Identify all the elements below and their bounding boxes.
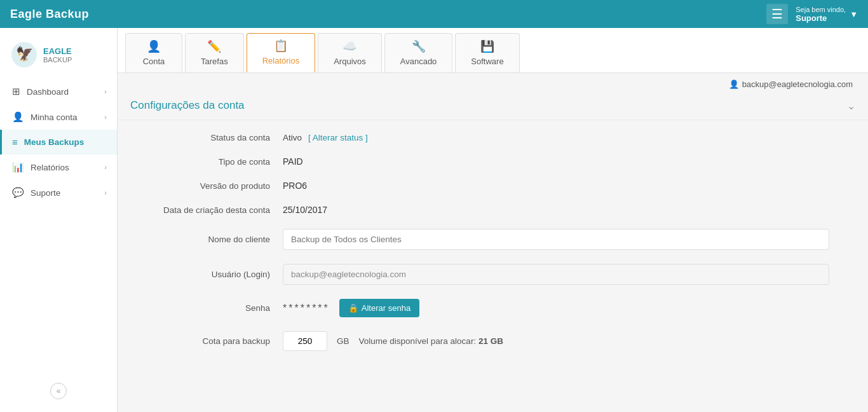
- software-tab-label: Software: [471, 57, 503, 66]
- login-label: Usuário (Login): [130, 270, 283, 279]
- avancado-tab-label: Avancado: [400, 57, 437, 66]
- sidebar-item-relatorios[interactable]: 📊 Relatórios ›: [0, 154, 117, 180]
- tab-software[interactable]: 💾 Software: [455, 33, 519, 72]
- product-version-text: PRO6: [283, 181, 307, 191]
- eagle-backup-logo: 🦅: [10, 41, 38, 69]
- sidebar-item-label: Meus Backups: [24, 137, 85, 147]
- user-icon: 👤: [729, 79, 739, 89]
- logo-text-eagle: EAGLE: [43, 46, 72, 56]
- minha-conta-icon: 👤: [12, 111, 24, 123]
- status-value: Ativo [ Alterar status ]: [283, 133, 855, 142]
- client-name-field-container: [283, 229, 855, 250]
- client-name-input[interactable]: [283, 229, 829, 250]
- sidebar-item-suporte[interactable]: 💬 Suporte ›: [0, 180, 117, 205]
- product-version-value: PRO6: [283, 181, 855, 191]
- product-version-row: Versão do produto PRO6: [130, 181, 855, 191]
- quota-available-value: 21 GB: [478, 336, 503, 346]
- change-password-label: Alterar senha: [362, 303, 410, 313]
- tab-conta[interactable]: 👤 Conta: [125, 33, 182, 72]
- status-label: Status da conta: [130, 133, 283, 142]
- account-type-row: Tipo de conta PAID: [130, 156, 855, 167]
- lock-icon: 🔒: [348, 303, 358, 313]
- tab-arquivos[interactable]: ☁️ Arquivos: [318, 33, 382, 72]
- account-type-value: PAID: [283, 156, 855, 167]
- quota-field-container: GB Volume disponível para alocar: 21 GB: [283, 331, 855, 351]
- account-type-label: Tipo de conta: [130, 157, 283, 167]
- sidebar-item-label: Minha conta: [31, 113, 78, 122]
- sidebar-collapse-button[interactable]: «: [50, 383, 67, 399]
- section-title: Configurações da conta: [130, 99, 245, 112]
- chevron-icon: ›: [104, 88, 107, 95]
- arquivos-tab-icon: ☁️: [342, 39, 356, 53]
- username-label: Suporte: [796, 13, 846, 23]
- change-password-button[interactable]: 🔒 Alterar senha: [339, 299, 419, 317]
- client-name-row: Nome do cliente: [130, 229, 855, 250]
- sidebar-logo: 🦅 EAGLE BACKUP: [0, 34, 117, 79]
- login-row: Usuário (Login): [130, 264, 855, 285]
- sidebar: 🦅 EAGLE BACKUP ⊞ Dashboard › 👤 Minha con…: [0, 28, 118, 412]
- logo-text-backup: BACKUP: [43, 56, 72, 64]
- layout: 🦅 EAGLE BACKUP ⊞ Dashboard › 👤 Minha con…: [0, 28, 868, 412]
- sidebar-item-dashboard[interactable]: ⊞ Dashboard ›: [0, 79, 117, 104]
- quota-unit: GB: [337, 336, 349, 346]
- tab-bar: 👤 Conta ✏️ Tarefas 📋 Relatórios ☁️ Arqui…: [118, 28, 868, 73]
- quota-info: Volume disponível para alocar: 21 GB: [359, 336, 503, 346]
- welcome-text: Seja bem vindo,: [796, 6, 846, 13]
- header-right: ☰ Seja bem vindo, Suporte ▼: [766, 4, 858, 24]
- quota-label: Cota para backup: [130, 336, 283, 346]
- password-label: Senha: [130, 303, 283, 313]
- sidebar-item-meus-backups[interactable]: ≡ Meus Backups: [0, 130, 117, 154]
- sidebar-item-label: Relatórios: [31, 163, 69, 172]
- status-active-text: Ativo: [283, 133, 302, 142]
- password-row: Senha ******** 🔒 Alterar senha: [130, 299, 855, 317]
- conta-tab-icon: 👤: [147, 39, 161, 53]
- top-header: Eagle Backup ☰ Seja bem vindo, Suporte ▼: [0, 0, 868, 28]
- tab-relatorios[interactable]: 📋 Relatórios: [247, 33, 316, 72]
- relatorios-tab-label: Relatórios: [262, 56, 300, 65]
- login-input[interactable]: [283, 264, 829, 285]
- avancado-tab-icon: 🔧: [412, 39, 426, 53]
- creation-date-text: 25/10/2017: [283, 205, 327, 215]
- dashboard-icon: ⊞: [12, 86, 20, 97]
- main-content: 👤 Conta ✏️ Tarefas 📋 Relatórios ☁️ Arqui…: [118, 28, 868, 412]
- creation-date-label: Data de criação desta conta: [130, 205, 283, 215]
- creation-date-row: Data de criação desta conta 25/10/2017: [130, 205, 855, 215]
- tab-avancado[interactable]: 🔧 Avancado: [384, 33, 453, 72]
- meus-backups-icon: ≡: [12, 137, 18, 148]
- quota-row: Cota para backup GB Volume disponível pa…: [130, 331, 855, 351]
- password-field-container: ******** 🔒 Alterar senha: [283, 299, 855, 317]
- alter-status-link[interactable]: [ Alterar status ]: [308, 133, 368, 142]
- header-user: Seja bem vindo, Suporte ▼: [796, 6, 858, 23]
- sidebar-item-label: Dashboard: [27, 87, 69, 97]
- quota-input[interactable]: [283, 331, 327, 351]
- arquivos-tab-label: Arquivos: [334, 57, 366, 66]
- status-row: Status da conta Ativo [ Alterar status ]: [130, 133, 855, 142]
- client-name-label: Nome do cliente: [130, 235, 283, 244]
- password-dots: ********: [283, 303, 330, 314]
- user-email-bar: 👤 backup@eagletecnologia.com: [118, 73, 868, 92]
- relatorios-icon: 📊: [12, 161, 24, 173]
- chevron-icon: ›: [104, 163, 107, 171]
- account-type-text: PAID: [283, 156, 303, 167]
- tab-tarefas[interactable]: ✏️ Tarefas: [185, 33, 244, 72]
- form-container: Status da conta Ativo [ Alterar status ]…: [118, 133, 868, 351]
- section-header: Configurações da conta ⌄: [118, 92, 868, 120]
- chevron-icon: ›: [104, 113, 107, 121]
- app-title: Eagle Backup: [10, 8, 89, 21]
- chevron-icon: ›: [104, 189, 107, 196]
- suporte-icon: 💬: [12, 187, 24, 198]
- svg-text:🦅: 🦅: [16, 45, 34, 62]
- tarefas-tab-label: Tarefas: [201, 57, 228, 66]
- section-collapse-icon[interactable]: ⌄: [847, 100, 855, 112]
- software-tab-icon: 💾: [480, 39, 494, 53]
- tarefas-tab-icon: ✏️: [207, 39, 221, 53]
- user-dropdown-arrow[interactable]: ▼: [850, 10, 858, 19]
- sidebar-item-minha-conta[interactable]: 👤 Minha conta ›: [0, 104, 117, 130]
- login-field-container: [283, 264, 855, 285]
- product-version-label: Versão do produto: [130, 181, 283, 191]
- menu-icon[interactable]: ☰: [766, 4, 788, 24]
- conta-tab-label: Conta: [143, 57, 165, 66]
- user-email: backup@eagletecnologia.com: [742, 79, 853, 89]
- sidebar-item-label: Suporte: [31, 188, 60, 198]
- quota-available-text: Volume disponível para alocar:: [359, 336, 477, 346]
